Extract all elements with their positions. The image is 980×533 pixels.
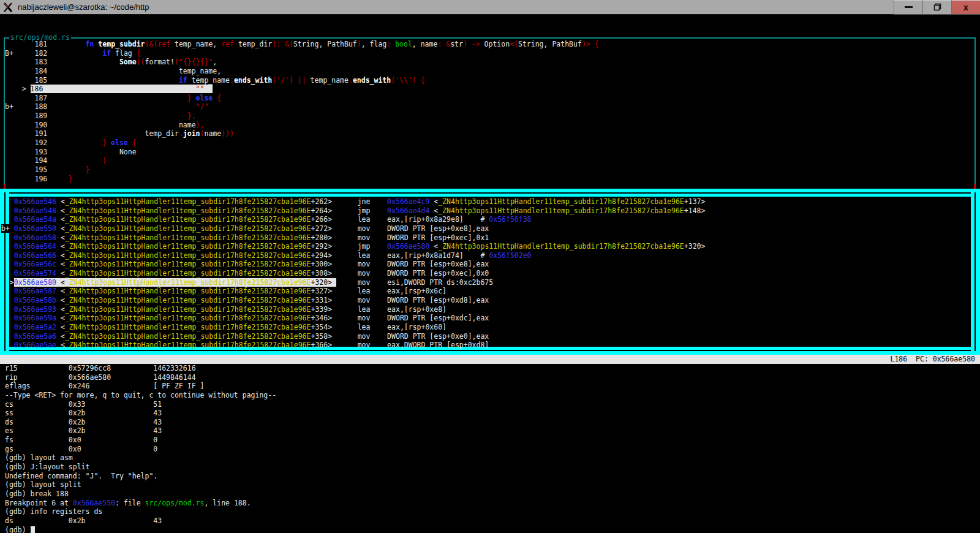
source-line: 181 fn temp_subdir(&(ref temp_name, ref … <box>5 40 599 49</box>
source-line: b+ 188 "/" <box>5 102 208 112</box>
source-line: 184 temp_name, <box>5 67 221 76</box>
asm-line: b+ 0x566ae550 <_ZN4http3ops11HttpHandler… <box>1 224 489 233</box>
asm-line: 0x566ae58b <_ZN4http3ops11HttpHandler11t… <box>1 296 489 305</box>
asm-line: 0x566ae564 <_ZN4http3ops11HttpHandler11t… <box>1 242 705 251</box>
source-line: 190 name), <box>5 121 204 130</box>
console-register-line: cs 0x33 51 <box>5 400 162 409</box>
source-line: B+ 182 if flag { <box>5 49 141 58</box>
asm-window-border-top <box>0 189 980 197</box>
window-title: nabijaczleweli@szarotka: ~/code/http <box>18 2 149 12</box>
asm-line: 0x566ae593 <_ZN4http3ops11HttpHandler11t… <box>1 305 447 314</box>
asm-line: 0x566ae59a <_ZN4http3ops11HttpHandler11t… <box>1 314 489 323</box>
maximize-icon <box>933 3 941 11</box>
console-register-line: ds 0x2b 43 <box>5 516 162 526</box>
source-line: 193 None <box>5 148 137 157</box>
minimize-button[interactable] <box>894 0 922 15</box>
asm-window-border-right <box>971 189 980 355</box>
console-line: (gdb) break 188 <box>5 490 69 499</box>
xterm-logo-icon <box>2 2 13 13</box>
console-line: --Type <RET> for more, q to quit, c to c… <box>5 391 276 400</box>
asm-line: 0x566ae546 <_ZN4http3ops11HttpHandler11t… <box>1 197 705 206</box>
maximize-button[interactable] <box>922 0 951 15</box>
asm-line: 0x566ae558 <_ZN4http3ops11HttpHandler11t… <box>1 233 489 243</box>
console-line: (gdb) J:layout split <box>5 463 89 472</box>
breakpoint-marker: b+ <box>1 224 14 233</box>
terminal-screen[interactable]: src/ops/mod.rs 181 fn temp_subdir(&(ref … <box>0 15 980 533</box>
console-prompt-line: (gdb) <box>5 526 35 533</box>
source-line: 192 } else { <box>5 138 137 148</box>
source-line: 187 } else { <box>5 94 221 103</box>
source-line: 189 }, <box>5 112 196 121</box>
console-line: Undefined command: "J". Try "help". <box>5 472 157 481</box>
console-register-line: es 0x2b 43 <box>5 426 162 436</box>
console-register-line: eflags 0x246 [ PF ZF IF ] <box>5 382 204 391</box>
close-icon: x <box>963 3 968 12</box>
gdb-status-bar: multi-thre Thread 0xf7c84700 ( In: http:… <box>0 355 980 364</box>
console-register-line: ds 0x2b 43 <box>5 418 162 427</box>
source-frame-corner-left <box>4 184 6 189</box>
source-frame-corner-right <box>974 184 976 189</box>
terminal-cursor <box>31 526 35 533</box>
console-line: (gdb) layout asm <box>5 453 73 463</box>
asm-line: 0x566ae587 <_ZN4http3ops11HttpHandler11t… <box>1 287 447 296</box>
source-line: 191 temp_dir.join(name))) <box>5 129 234 138</box>
console-register-line: gs 0x0 0 <box>5 445 157 454</box>
minimize-icon <box>905 6 913 8</box>
source-line: 196 } <box>5 175 73 184</box>
console-register-line: fs 0x0 0 <box>5 436 157 445</box>
source-line-current: > 186 "" <box>5 85 213 94</box>
asm-line: 0x566ae54a <_ZN4http3ops11HttpHandler11t… <box>1 215 532 224</box>
asm-line: 0x566ae5a2 <_ZN4http3ops11HttpHandler11t… <box>1 323 447 332</box>
console-line: Breakpoint 6 at 0x566ae550: file src/ops… <box>5 499 251 508</box>
asm-line: 0x566ae548 <_ZN4http3ops11HttpHandler11t… <box>1 206 705 216</box>
window-controls: x <box>894 0 980 15</box>
source-line: 194 } <box>5 156 107 165</box>
source-line: 195 } <box>5 165 90 175</box>
source-line: 185 if temp_name.ends_with('/') || temp_… <box>5 76 425 85</box>
asm-line-current: >0x566ae580 <_ZN4http3ops11HttpHandler11… <box>1 278 493 287</box>
asm-line: 0x566ae5a6 <_ZN4http3ops11HttpHandler11t… <box>1 332 489 341</box>
console-register-line: r15 0x57296cc8 1462332616 <box>5 364 196 373</box>
console-register-line: rip 0x566ae580 1449846144 <box>5 373 196 382</box>
status-line-pc: L186 PC: 0x566ae580 <box>891 355 975 364</box>
current-instruction-highlight: 0x566ae580 <_ZN4http3ops11HttpHandler11t… <box>14 278 336 287</box>
titlebar[interactable]: nabijaczleweli@szarotka: ~/code/http x <box>0 0 980 15</box>
source-line: 183 Some((format!("{}{}{}", <box>5 58 217 67</box>
current-line-highlight: 186 "" <box>31 85 213 93</box>
console-register-line: ss 0x2b 43 <box>5 409 162 418</box>
console-line: (gdb) info registers ds <box>5 507 102 516</box>
asm-line: 0x566ae566 <_ZN4http3ops11HttpHandler11t… <box>1 251 532 260</box>
close-button[interactable]: x <box>951 0 980 15</box>
asm-line: 0x566ae56c <_ZN4http3ops11HttpHandler11t… <box>1 260 489 269</box>
asm-line: 0x566ae574 <_ZN4http3ops11HttpHandler11t… <box>1 269 489 278</box>
console-line: (gdb) layout split <box>5 480 81 490</box>
asm-line: 0x566ae5ae <_ZN4http3ops11HttpHandler11t… <box>1 341 489 350</box>
